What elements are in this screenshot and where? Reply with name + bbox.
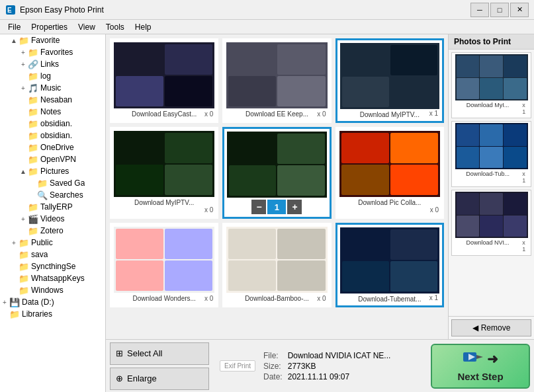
toggle-pictures[interactable]: ▲	[19, 168, 28, 175]
menu-help[interactable]: Help	[130, 21, 157, 33]
sidebar-item-savedga[interactable]: 📁Saved Ga	[0, 177, 105, 189]
maximize-button[interactable]: □	[490, 3, 509, 17]
photo-cell-2[interactable]: Download EE Keep...x 0	[222, 38, 331, 123]
remove-icon: ◀	[472, 323, 478, 333]
sidebar-item-nesaban[interactable]: 📁Nesaban	[0, 94, 105, 106]
photo-thumb-5	[227, 132, 326, 198]
toggle-music[interactable]: +	[19, 85, 28, 92]
next-step-label: Next Step	[457, 371, 503, 382]
right-thumb-3[interactable]: Download NVI...x 1	[451, 190, 531, 256]
photo-cell-3[interactable]: Download MyIPTV...x 1	[335, 38, 444, 123]
enlarge-button[interactable]: ⊕ Enlarge	[110, 368, 209, 390]
remove-button[interactable]: ◀ Remove	[451, 319, 531, 336]
sidebar-item-log[interactable]: 📁log	[0, 70, 105, 82]
sidebar-label-searches: Searches	[50, 190, 83, 200]
toggle-links[interactable]: +	[19, 61, 28, 68]
photo-cell-5[interactable]: −1+	[222, 127, 331, 219]
sidebar-item-sava[interactable]: 📁sava	[0, 249, 105, 260]
sidebar-item-links[interactable]: +🔗Links	[0, 58, 105, 70]
sidebar-item-pictures[interactable]: ▲📁Pictures	[0, 165, 105, 177]
sidebar-item-datad[interactable]: +💾Data (D:)	[0, 296, 105, 308]
photo-cell-4[interactable]: Download MyIPTV...x 0	[110, 127, 218, 219]
sidebar-label-obsidian2: obsidian.	[40, 131, 72, 140]
photo-thumb-9	[340, 227, 439, 294]
sidebar-item-searches[interactable]: 🔍Searches	[0, 189, 105, 201]
minimize-button[interactable]: ─	[470, 3, 489, 17]
menu-file[interactable]: File	[3, 21, 26, 33]
photo-cell-1[interactable]: Download EasyCast...x 0	[110, 38, 218, 123]
menu-view[interactable]: View	[73, 21, 101, 33]
photo-cell-8[interactable]: Download-Bamboo-...x 0	[222, 223, 331, 307]
right-thumb-img-2	[455, 123, 528, 169]
photo-count-7: x 0	[204, 295, 213, 302]
right-thumb-img-3	[455, 192, 528, 238]
close-button[interactable]: ✕	[510, 3, 529, 17]
folder-icon-pictures: 📁	[28, 166, 38, 176]
next-step-icons: ➜	[463, 350, 498, 368]
sidebar-item-openvpn[interactable]: 📁OpenVPN	[0, 153, 105, 165]
right-thumb-label-2: Download-Tub...	[453, 171, 522, 184]
toggle-favorites[interactable]: ▲	[9, 37, 19, 44]
sidebar-label-pictures: Pictures	[40, 167, 69, 176]
photo-count-2: x 0	[317, 110, 326, 118]
sidebar-item-windows[interactable]: 📁Windows	[0, 284, 105, 296]
right-thumb-label-3: Download NVI...	[453, 239, 522, 253]
photo-label-4: Download MyIPTV...	[114, 199, 214, 206]
sidebar-item-onedrive[interactable]: 📁OneDrive	[0, 141, 105, 153]
sidebar-item-favorites2[interactable]: +📁Favorites	[0, 46, 105, 58]
file-info-logo: Exif Print File: Download NVIDIA ICAT NE…	[220, 350, 427, 382]
right-panel-thumbs: Download MyI...x 1Download-Tub...x 1Down…	[449, 50, 534, 316]
photo-cell-6[interactable]: Download Pic Colla...x 0	[335, 127, 444, 219]
sidebar-label-music: Music	[40, 83, 61, 93]
folder-icon-searches: 🔍	[37, 190, 48, 200]
photo-cell-7[interactable]: Download Wonders...x 0	[110, 223, 218, 307]
folder-icon-favorites: 📁	[19, 35, 29, 46]
qty-minus-5[interactable]: −	[251, 200, 266, 214]
toggle-datad[interactable]: +	[0, 299, 9, 306]
arrow-right-icon: ➜	[487, 351, 498, 367]
sidebar-label-windows: Windows	[31, 286, 64, 295]
right-panel: Photos to Print Download MyI...x 1Downlo…	[448, 34, 534, 339]
sidebar-item-zotero[interactable]: 📁Zotero	[0, 225, 105, 237]
sidebar-label-onedrive: OneDrive	[40, 143, 74, 152]
sidebar-scroll[interactable]: ▲📁Favorite+📁Favorites+🔗Links📁log+🎵Music📁…	[0, 34, 105, 392]
sidebar-label-nesaban: Nesaban	[40, 95, 72, 104]
sidebar-item-whatsappkeys[interactable]: 📁WhatsappKeys	[0, 272, 105, 284]
sidebar-item-videos[interactable]: +🎬Videos	[0, 213, 105, 225]
sidebar-item-notes[interactable]: 📁Notes	[0, 106, 105, 118]
right-thumb-1[interactable]: Download MyI...x 1	[451, 52, 531, 118]
size-label: Size:	[261, 361, 285, 372]
file-info-table: File: Download NVIDIA ICAT NE... Size: 2…	[261, 350, 393, 382]
select-all-button[interactable]: ⊞ Select All	[110, 342, 209, 365]
right-thumb-count-3: x 1	[522, 239, 529, 253]
sidebar-label-favorites2: Favorites	[40, 48, 73, 57]
folder-icon-tallyerp: 📁	[28, 202, 38, 212]
sidebar-label-savedga: Saved Ga	[50, 178, 85, 188]
qty-plus-5[interactable]: +	[287, 200, 302, 214]
sidebar-item-libraries[interactable]: 📁Libraries	[0, 308, 105, 320]
folder-icon-datad: 💾	[9, 297, 20, 307]
sidebar-item-public[interactable]: +📁Public	[0, 237, 105, 249]
toggle-videos[interactable]: +	[19, 216, 28, 223]
toggle-favorites2[interactable]: +	[19, 49, 28, 56]
exif-print-logo: Exif Print	[220, 360, 255, 372]
sidebar-item-obsidian2[interactable]: 📁obsidian.	[0, 130, 105, 141]
qty-controls-5: −1+	[251, 200, 302, 214]
menu-tools[interactable]: Tools	[101, 21, 130, 33]
folder-icon-obsidian2: 📁	[28, 130, 38, 141]
sidebar-item-favorites[interactable]: ▲📁Favorite	[0, 34, 105, 46]
sidebar-item-syncthing[interactable]: 📁SyncthingSe	[0, 260, 105, 272]
sidebar-item-music[interactable]: +🎵Music	[0, 82, 105, 94]
next-step-graphic-icon	[463, 350, 484, 368]
sidebar-item-tallyerp[interactable]: 📁TallyERP	[0, 201, 105, 213]
sidebar-item-obsidian1[interactable]: 📁obsidian.	[0, 118, 105, 130]
photo-thumb-6	[339, 131, 440, 197]
sidebar-label-zotero: Zotero	[40, 226, 64, 235]
photo-cell-9[interactable]: Download-Tubemat...x 1	[335, 223, 444, 307]
folder-icon-syncthing: 📁	[19, 261, 29, 272]
toggle-public[interactable]: +	[9, 239, 19, 247]
right-thumb-2[interactable]: Download-Tub...x 1	[451, 121, 531, 187]
next-step-button[interactable]: ➜ Next Step	[431, 344, 530, 389]
photo-grid[interactable]: Download EasyCast...x 0Download EE Keep.…	[106, 34, 448, 339]
menu-properties[interactable]: Properties	[26, 21, 73, 33]
